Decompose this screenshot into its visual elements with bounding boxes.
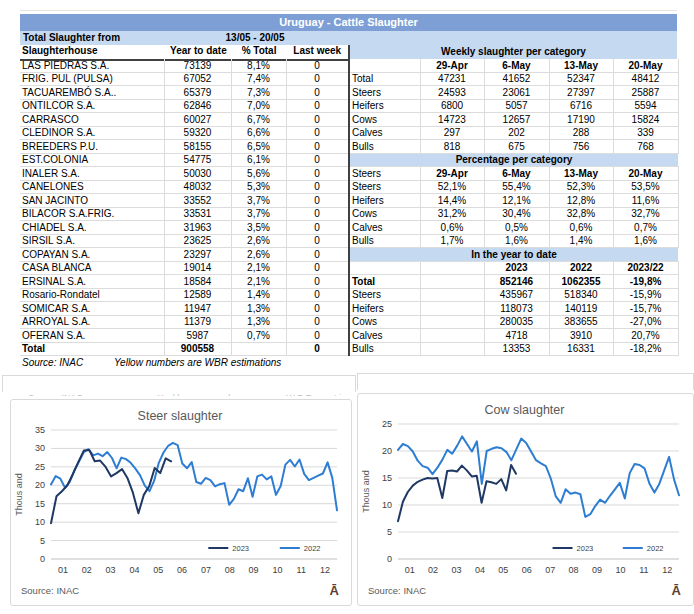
cell[interactable]: OFERAN S.A. [20, 329, 164, 343]
cell[interactable]: ERSINAL S.A. [20, 275, 164, 289]
cell[interactable]: 52347 [549, 72, 613, 86]
cell[interactable]: 0 [286, 275, 348, 289]
cell[interactable]: 297 [420, 126, 484, 140]
cell[interactable]: 24593 [420, 86, 484, 100]
subtitle-label[interactable]: Total Slaughter from [23, 31, 120, 45]
cell[interactable]: Steers [349, 167, 420, 181]
cell[interactable]: CHIADEL S.A. [20, 221, 164, 235]
cell[interactable]: 5057 [484, 99, 549, 113]
cell[interactable]: 52,1% [420, 180, 484, 194]
cell[interactable]: 59320 [164, 126, 231, 140]
cell[interactable] [420, 342, 484, 356]
cell[interactable]: 1,4% [549, 234, 613, 248]
cell[interactable]: 5,3% [231, 180, 286, 194]
cell[interactable]: 0 [286, 153, 348, 167]
cell[interactable]: 0 [286, 288, 348, 302]
cell[interactable]: 29-Apr [420, 167, 484, 181]
cell[interactable]: Cows [349, 315, 420, 329]
report-title[interactable]: Uruguay - Cattle Slaughter [20, 14, 677, 31]
cell[interactable]: 6-May [484, 59, 549, 72]
cell[interactable]: 65379 [164, 86, 231, 100]
cell[interactable]: 1,3% [231, 315, 286, 329]
cell[interactable]: Heifers [349, 302, 420, 316]
cell[interactable]: 62846 [164, 99, 231, 113]
cell[interactable]: TACUAREMBÓ S.A.. [20, 86, 164, 100]
cell[interactable]: CLEDINOR S.A. [20, 126, 164, 140]
cell[interactable]: 0,5% [484, 221, 549, 235]
cell[interactable]: FRIG. PUL (PULSA) [20, 72, 164, 86]
cell[interactable]: 13-May [549, 167, 613, 181]
cell[interactable]: 140119 [549, 302, 613, 316]
cell[interactable]: 3,7% [231, 194, 286, 208]
cell[interactable]: 12,8% [549, 194, 613, 208]
cell[interactable]: 0,6% [420, 221, 484, 235]
cell[interactable]: 118073 [484, 302, 549, 316]
cell[interactable]: 48412 [613, 72, 678, 86]
column-header-pct-total[interactable]: % Total [232, 45, 287, 59]
cell[interactable]: 17190 [549, 113, 613, 127]
cell[interactable]: 0 [286, 342, 348, 356]
cell[interactable]: 31963 [164, 221, 231, 235]
cell[interactable]: 0 [286, 72, 348, 86]
cell[interactable]: 518340 [549, 288, 613, 302]
cell[interactable]: 852146 [484, 275, 549, 289]
cell[interactable]: 0 [286, 302, 348, 316]
cell[interactable]: 0 [286, 207, 348, 221]
cell[interactable]: LAS PIEDRAS S.A. [20, 59, 164, 72]
cell[interactable]: 32,7% [613, 207, 678, 221]
cell[interactable]: 2,1% [231, 261, 286, 275]
cell[interactable]: -15,9% [613, 288, 678, 302]
cell[interactable]: ONTILCOR S.A. [20, 99, 164, 113]
cell[interactable]: 0,7% [613, 221, 678, 235]
cell[interactable]: 7,4% [231, 72, 286, 86]
cell[interactable]: Steers [349, 288, 420, 302]
cell[interactable]: 3,7% [231, 207, 286, 221]
cell[interactable]: 20-May [613, 59, 678, 72]
cell[interactable]: 202 [484, 126, 549, 140]
cell[interactable]: 339 [613, 126, 678, 140]
cell[interactable]: 0 [286, 86, 348, 100]
cell[interactable]: Steers [349, 180, 420, 194]
cell[interactable]: 8,1% [231, 59, 286, 72]
cell[interactable]: CARRASCO [20, 113, 164, 127]
cell[interactable] [420, 315, 484, 329]
cell[interactable]: 435967 [484, 288, 549, 302]
cell[interactable]: 6,1% [231, 153, 286, 167]
cell[interactable]: 20-May [613, 167, 678, 181]
cell[interactable]: 0 [286, 180, 348, 194]
cell[interactable]: BILACOR S.A.FRIG. [20, 207, 164, 221]
cell[interactable]: 54775 [164, 153, 231, 167]
cell[interactable]: 67052 [164, 72, 231, 86]
cell[interactable]: 288 [549, 126, 613, 140]
cell[interactable]: 12657 [484, 113, 549, 127]
cell[interactable] [420, 329, 484, 343]
cow-slaughter-chart[interactable]: Cow slaughter0510152025Thous and01020304… [357, 393, 694, 606]
cell[interactable]: 0 [286, 113, 348, 127]
cell[interactable]: 4718 [484, 329, 549, 343]
cell[interactable]: 0 [286, 248, 348, 262]
cell[interactable]: Cows [349, 113, 420, 127]
cell[interactable]: 0 [286, 234, 348, 248]
cell[interactable]: 14,4% [420, 194, 484, 208]
column-header-last-week[interactable]: Last week [286, 45, 348, 59]
cell[interactable]: Heifers [349, 194, 420, 208]
cell[interactable] [420, 288, 484, 302]
cell[interactable]: 23061 [484, 86, 549, 100]
cell[interactable]: 383655 [549, 315, 613, 329]
cell[interactable]: 0,6% [549, 221, 613, 235]
cell[interactable]: 6716 [549, 99, 613, 113]
cell[interactable]: 1,6% [613, 234, 678, 248]
cell[interactable]: 23297 [164, 248, 231, 262]
cell[interactable]: Rosario-Rondatel [20, 288, 164, 302]
cell[interactable]: 0 [286, 99, 348, 113]
cell[interactable]: Bulls [349, 140, 420, 154]
cell[interactable]: Total [349, 275, 420, 289]
cell[interactable]: 6800 [420, 99, 484, 113]
cell[interactable]: CASA BLANCA [20, 261, 164, 275]
cell[interactable]: 0 [286, 59, 348, 72]
cell[interactable]: EST.COLONIA [20, 153, 164, 167]
cell[interactable]: BREEDERS P.U. [20, 140, 164, 154]
cell[interactable]: 2,6% [231, 234, 286, 248]
cell[interactable]: 0 [286, 261, 348, 275]
cell[interactable]: 2023/22 [613, 261, 678, 275]
